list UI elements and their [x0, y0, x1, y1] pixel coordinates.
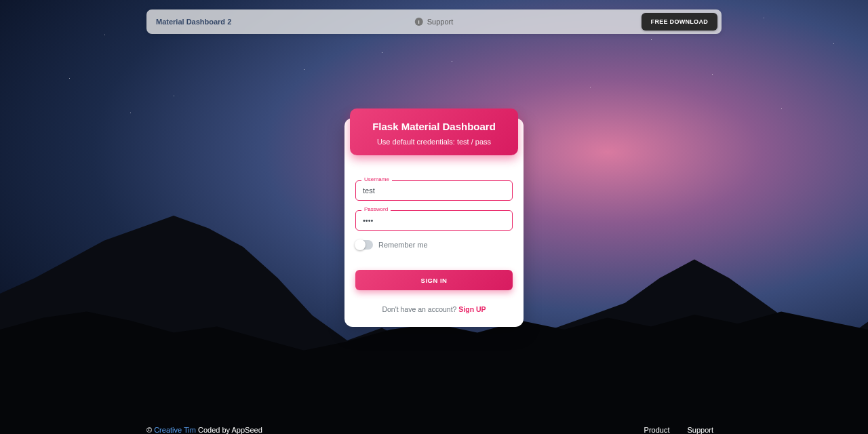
password-input[interactable]: [355, 210, 513, 231]
signup-prompt: Don't have an account?: [382, 305, 458, 313]
coded-by-text: Coded by AppSeed: [196, 426, 262, 434]
remember-toggle[interactable]: [355, 240, 373, 250]
login-subtitle: Use default credentials: test / pass: [358, 138, 510, 146]
nav-support-label: Support: [427, 18, 454, 26]
info-icon: i: [415, 18, 423, 26]
footer-product-link[interactable]: Product: [644, 426, 670, 434]
footer-copyright: © Creative Tim Coded by AppSeed: [146, 426, 262, 434]
signup-link[interactable]: Sign UP: [458, 305, 486, 313]
footer-links: Product Support: [644, 426, 713, 434]
password-field-wrap: Password: [355, 210, 513, 231]
username-label: Username: [361, 176, 392, 182]
footer-support-link[interactable]: Support: [687, 426, 713, 434]
password-label: Password: [361, 206, 391, 212]
username-input[interactable]: [355, 180, 513, 201]
remember-label: Remember me: [378, 241, 428, 249]
nav-support-link[interactable]: i Support: [415, 18, 454, 26]
copyright-symbol: ©: [146, 426, 154, 434]
username-field-wrap: Username: [355, 180, 513, 201]
signin-button[interactable]: SIGN IN: [355, 270, 513, 290]
brand-title[interactable]: Material Dashboard 2: [156, 18, 231, 26]
login-card-header: Flask Material Dashboard Use default cre…: [350, 108, 518, 155]
free-download-button[interactable]: FREE DOWNLOAD: [642, 13, 717, 31]
top-navbar: Material Dashboard 2 i Support FREE DOWN…: [146, 9, 722, 34]
login-title: Flask Material Dashboard: [358, 121, 510, 132]
signup-line: Don't have an account? Sign UP: [355, 305, 513, 313]
login-card: Flask Material Dashboard Use default cre…: [344, 118, 524, 327]
page-footer: © Creative Tim Coded by AppSeed Product …: [0, 419, 868, 434]
remember-row: Remember me: [355, 240, 513, 250]
creative-tim-link[interactable]: Creative Tim: [154, 426, 196, 434]
